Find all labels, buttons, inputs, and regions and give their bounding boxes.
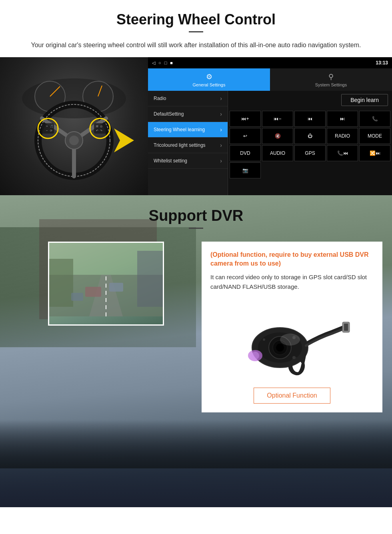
back-icon[interactable]: ◁ [152, 60, 155, 66]
ctrl-vol-up[interactable]: ⏮+ [230, 111, 261, 127]
swc-container: + − 🎵 ⟳ ⊞ ◎ ↶ ↷ [0, 57, 392, 195]
begin-learn-button[interactable]: Begin learn [341, 94, 388, 106]
dvr-bottom-fade [0, 420, 392, 468]
menu-steering-label: Steering Wheel learning [154, 127, 205, 132]
ctrl-power[interactable]: ⏻ [294, 128, 326, 144]
dvr-content: Support DVR [0, 195, 392, 468]
svg-text:⟳: ⟳ [50, 129, 52, 132]
menu-steering-arrow: › [220, 126, 222, 133]
ctrl-back[interactable]: ↩ [230, 128, 261, 144]
ctrl-next[interactable]: ⏭ [327, 111, 358, 127]
menu-default-label: DefaultSetting [154, 111, 184, 117]
menu-icon[interactable]: ■ [170, 60, 173, 66]
svg-rect-33 [109, 283, 123, 292]
dvr-cam-inner [49, 243, 163, 324]
android-content: Radio › DefaultSetting › Steering Wheel … [148, 91, 392, 195]
dvr-main-row: (Optional function, require to buy exter… [0, 234, 392, 420]
svg-rect-31 [137, 251, 163, 307]
statusbar-nav-icons: ◁ ○ □ ■ [152, 60, 173, 66]
dvr-right: (Optional function, require to buy exter… [192, 242, 392, 420]
ctrl-vol-down[interactable]: ⏮− [262, 111, 293, 127]
menu-tricoloured-label: Tricoloured light settings [154, 142, 206, 148]
menu-radio-label: Radio [154, 96, 166, 101]
dvr-title-area: Support DVR [0, 195, 392, 234]
dvr-title: Support DVR [8, 207, 384, 224]
menu-tricoloured-arrow: › [220, 142, 222, 148]
dvr-device-area [210, 300, 374, 380]
ctrl-camera[interactable]: 📷 [230, 162, 261, 178]
menu-radio-arrow: › [220, 95, 222, 102]
dvr-info-box: (Optional function, require to buy exter… [202, 242, 382, 412]
title-divider [189, 31, 203, 32]
svg-text:⊞: ⊞ [96, 125, 98, 128]
section1-subtitle: Your original car's steering wheel contr… [24, 40, 368, 50]
ctrl-phone-prev[interactable]: 📞⏮ [327, 145, 358, 161]
svg-text:+: + [46, 124, 48, 128]
svg-point-45 [292, 356, 296, 359]
menu-item-whitelist[interactable]: Whitelist setting › [148, 153, 228, 169]
android-right-panel: Begin learn ⏮+ ⏮− ⏮ ⏭ 📞 ↩ 🔇 ⏻ RADIO MODE [228, 91, 392, 195]
menu-whitelist-arrow: › [220, 158, 222, 164]
home-icon[interactable]: ○ [158, 60, 161, 66]
svg-marker-24 [114, 128, 134, 152]
dvr-title-divider [189, 228, 203, 229]
steering-wheel-photo: + − 🎵 ⟳ ⊞ ◎ ↶ ↷ [0, 57, 148, 195]
menu-item-radio[interactable]: Radio › [148, 91, 228, 106]
steering-wheel-graphic: + − 🎵 ⟳ ⊞ ◎ ↶ ↷ [0, 57, 148, 195]
svg-rect-30 [49, 259, 73, 307]
menu-whitelist-label: Whitelist setting [154, 158, 187, 164]
svg-rect-34 [71, 293, 83, 301]
tab-system-settings[interactable]: ⚲ System Settings [270, 68, 392, 91]
page-title: Steering Wheel Control [8, 11, 384, 28]
steering-wheel-svg: + − 🎵 ⟳ ⊞ ◎ ↶ ↷ [14, 66, 134, 186]
svg-text:◎: ◎ [100, 125, 102, 128]
dvr-left [0, 242, 192, 410]
svg-point-46 [263, 338, 265, 341]
android-menu: Radio › DefaultSetting › Steering Wheel … [148, 91, 228, 195]
dvr-description: It can record video only to storage in G… [210, 272, 374, 292]
svg-rect-43 [344, 324, 348, 331]
android-statusbar: ◁ ○ □ ■ 13:13 [148, 57, 392, 68]
ctrl-mute[interactable]: 🔇 [262, 128, 293, 144]
section1: Steering Wheel Control Your original car… [0, 0, 392, 195]
statusbar-time: 13:13 [376, 60, 388, 66]
ctrl-shuffle-next[interactable]: 🔀⏭ [359, 145, 390, 161]
menu-item-default[interactable]: DefaultSetting › [148, 106, 228, 122]
svg-point-41 [251, 352, 259, 360]
svg-text:↶: ↶ [96, 129, 98, 132]
svg-rect-32 [85, 287, 101, 297]
android-tabs: ⚙ General Settings ⚲ System Settings [148, 68, 392, 91]
tab-system-label: System Settings [315, 82, 347, 87]
android-ui-panel: ◁ ○ □ ■ 13:13 ⚙ General Settings ⚲ Syste… [148, 57, 392, 195]
ctrl-phone[interactable]: 📞 [359, 111, 390, 127]
ctrl-dvd[interactable]: DVD [230, 145, 261, 161]
ctrl-radio[interactable]: RADIO [327, 128, 358, 144]
recents-icon[interactable]: □ [164, 60, 167, 66]
menu-item-tricoloured[interactable]: Tricoloured light settings › [148, 138, 228, 153]
ctrl-audio[interactable]: AUDIO [262, 145, 293, 161]
tab-general-settings[interactable]: ⚙ General Settings [148, 68, 270, 91]
control-buttons-grid: ⏮+ ⏮− ⏮ ⏭ 📞 ↩ 🔇 ⏻ RADIO MODE DVD AUDIO G… [228, 109, 392, 180]
ctrl-mode[interactable]: MODE [359, 128, 390, 144]
cam-road-svg [49, 242, 163, 316]
menu-item-steering[interactable]: Steering Wheel learning › [148, 122, 228, 138]
svg-point-11 [69, 136, 79, 145]
tab-general-label: General Settings [193, 82, 226, 87]
svg-text:−: − [46, 129, 48, 132]
svg-text:↷: ↷ [100, 129, 102, 132]
svg-point-39 [276, 344, 284, 352]
optional-function-button[interactable]: Optional Function [254, 388, 330, 404]
dvr-camera-thumbnail [48, 242, 164, 326]
ctrl-prev[interactable]: ⏮ [294, 111, 326, 127]
dvr-device-svg [232, 300, 352, 380]
menu-default-arrow: › [220, 111, 222, 117]
system-icon: ⚲ [328, 72, 334, 81]
dvr-optional-heading: (Optional function, require to buy exter… [210, 250, 374, 268]
section2: Support DVR [0, 195, 392, 507]
ctrl-gps[interactable]: GPS [294, 145, 326, 161]
settings-icon: ⚙ [206, 72, 212, 81]
svg-text:🎵: 🎵 [50, 124, 54, 128]
begin-learn-row: Begin learn [228, 91, 392, 109]
section1-title-area: Steering Wheel Control [0, 0, 392, 40]
svg-point-47 [280, 334, 300, 346]
